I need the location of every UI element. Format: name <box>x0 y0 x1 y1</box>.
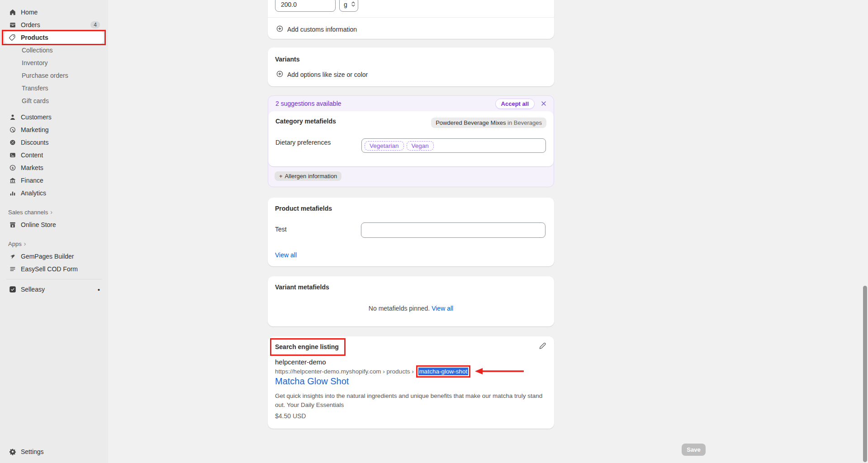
easysell-icon <box>9 265 16 273</box>
chevron-right-icon: › <box>50 208 52 216</box>
seo-url-slug-selected: matcha-glow-shot <box>418 368 469 375</box>
seo-url-prefix: https://helpcenter-demo.myshopify.com › … <box>275 368 414 375</box>
weight-unit-select[interactable]: g <box>339 0 358 12</box>
sidebar-section-label: Sales channels <box>8 209 48 216</box>
sidebar-item-label: GemPages Builder <box>21 253 74 260</box>
category-metafields-title: Category metafields <box>275 118 336 125</box>
discounts-icon <box>9 139 16 146</box>
allergen-button-label: Allergen information <box>285 173 337 180</box>
variants-title: Variants <box>275 56 299 63</box>
sidebar-item-settings[interactable]: Settings <box>5 445 104 458</box>
customers-icon <box>9 113 16 121</box>
category-badge-main: Powdered Beverage Mixes <box>436 119 506 126</box>
plus-circle-icon <box>276 25 284 34</box>
allergen-information-button[interactable]: + Allergen information <box>275 171 342 181</box>
sidebar-item-label: Discounts <box>21 139 48 146</box>
sidebar-item-easysell[interactable]: EasySell COD Form <box>5 263 104 275</box>
sidebar-item-transfers[interactable]: Transfers <box>5 82 104 94</box>
close-icon[interactable] <box>541 101 546 106</box>
analytics-icon <box>9 189 16 197</box>
divider <box>268 17 554 18</box>
vertical-scrollbar-thumb[interactable] <box>863 286 867 462</box>
sidebar-item-purchase-orders[interactable]: Purchase orders <box>5 69 104 82</box>
sidebar-item-analytics[interactable]: Analytics <box>5 187 104 199</box>
sidebar-item-label: Analytics <box>21 189 46 197</box>
sidebar-item-label: Settings <box>21 448 44 455</box>
weight-input[interactable] <box>275 0 336 12</box>
seo-page-title-link[interactable]: Matcha Glow Shot <box>275 376 349 387</box>
view-all-link[interactable]: View all <box>432 305 453 312</box>
pencil-icon[interactable] <box>539 342 547 352</box>
seo-price: $4.50 USD <box>275 412 306 420</box>
gear-icon <box>9 448 16 455</box>
orders-count-badge: 4 <box>90 21 100 28</box>
weight-unit-value: g <box>344 1 347 8</box>
sidebar-footer: Settings <box>5 445 104 458</box>
sidebar-item-label: Markets <box>21 164 43 171</box>
accept-all-button[interactable]: Accept all <box>495 99 535 109</box>
sidebar-item-label: Selleasy <box>21 286 45 293</box>
main-content: g Add customs information Variants Add o… <box>268 0 554 463</box>
save-button[interactable]: Save <box>682 444 706 456</box>
add-options-label: Add options like size or color <box>287 71 368 78</box>
sidebar-section-sales-channels[interactable]: Sales channels› <box>5 206 104 218</box>
store-icon <box>9 221 16 228</box>
sidebar-item-label: Content <box>21 151 43 159</box>
add-variant-options-button[interactable]: Add options like size or color <box>276 70 368 79</box>
plus-circle-icon <box>276 70 284 79</box>
test-field-label: Test <box>275 226 287 233</box>
sidebar-item-collections[interactable]: Collections <box>5 44 104 57</box>
dietary-preferences-input[interactable]: Vegetarian Vegan <box>361 138 546 153</box>
sidebar-item-discounts[interactable]: Discounts <box>5 136 104 149</box>
sidebar-item-content[interactable]: Content <box>5 149 104 161</box>
sidebar-item-label: Finance <box>21 177 43 184</box>
test-metafield-input[interactable] <box>361 222 545 238</box>
dietary-tag-vegan[interactable]: Vegan <box>407 141 434 151</box>
notification-dot: • <box>98 286 100 293</box>
sidebar-item-orders[interactable]: Orders4 <box>5 19 104 31</box>
sidebar-item-gempages[interactable]: GemPages Builder <box>5 250 104 263</box>
category-badge: Powdered Beverage Mixes in Beverages <box>431 118 546 128</box>
markets-icon: $ <box>9 164 16 171</box>
sidebar-item-markets[interactable]: $Markets <box>5 161 104 174</box>
annotation-box-url-slug: matcha-glow-shot <box>416 365 471 378</box>
sidebar-section-apps[interactable]: Apps› <box>5 237 104 250</box>
sidebar-item-label: Purchase orders <box>22 72 68 79</box>
sidebar-item-label: Home <box>21 9 38 16</box>
sidebar-item-label: Transfers <box>22 85 48 92</box>
finance-icon <box>9 177 16 184</box>
empty-state-text: No metafields pinned. <box>369 305 430 312</box>
content-icon <box>9 151 16 159</box>
sidebar-item-home[interactable]: Home <box>5 6 104 19</box>
sidebar-item-gift-cards[interactable]: Gift cards <box>5 94 104 107</box>
sidebar-item-label: Orders <box>21 21 40 28</box>
sidebar-item-online-store[interactable]: Online Store <box>5 218 104 231</box>
sidebar-item-customers[interactable]: Customers <box>5 111 104 123</box>
search-engine-listing-card: Search engine listing helpcenter-demo ht… <box>268 336 554 429</box>
sidebar-item-label: EasySell COD Form <box>21 265 78 273</box>
sidebar-item-label: Online Store <box>21 221 56 228</box>
marketing-icon <box>9 126 16 133</box>
category-badge-suffix: in Beverages <box>506 119 542 126</box>
suggestions-container: 2 suggestions available Accept all Categ… <box>268 95 554 187</box>
sidebar-item-products[interactable]: Products <box>5 31 104 44</box>
sidebar-section-label: Apps <box>8 241 22 247</box>
sidebar-item-selleasy[interactable]: Selleasy• <box>5 283 104 296</box>
sidebar-nav-list: HomeOrders4ProductsCollectionsInventoryP… <box>5 6 104 296</box>
sidebar-item-marketing[interactable]: Marketing <box>5 123 104 136</box>
dietary-preferences-label: Dietary preferences <box>275 139 331 146</box>
view-all-link[interactable]: View all <box>275 251 297 259</box>
sidebar-item-label: Gift cards <box>22 97 49 104</box>
sidebar-item-inventory[interactable]: Inventory <box>5 57 104 69</box>
seo-section-title: Search engine listing <box>275 343 339 350</box>
products-icon <box>9 34 16 41</box>
chevron-updown-icon <box>351 1 356 8</box>
add-customs-information-button[interactable]: Add customs information <box>276 25 357 34</box>
dietary-tag-vegetarian[interactable]: Vegetarian <box>365 141 404 151</box>
seo-description: Get quick insights into the natural ingr… <box>275 392 543 410</box>
sidebar-item-finance[interactable]: Finance <box>5 174 104 187</box>
sidebar-item-label: Customers <box>21 113 52 121</box>
shipping-card: g Add customs information <box>268 0 554 39</box>
annotation-arrow-left <box>474 368 525 375</box>
chevron-right-icon: › <box>24 240 26 247</box>
